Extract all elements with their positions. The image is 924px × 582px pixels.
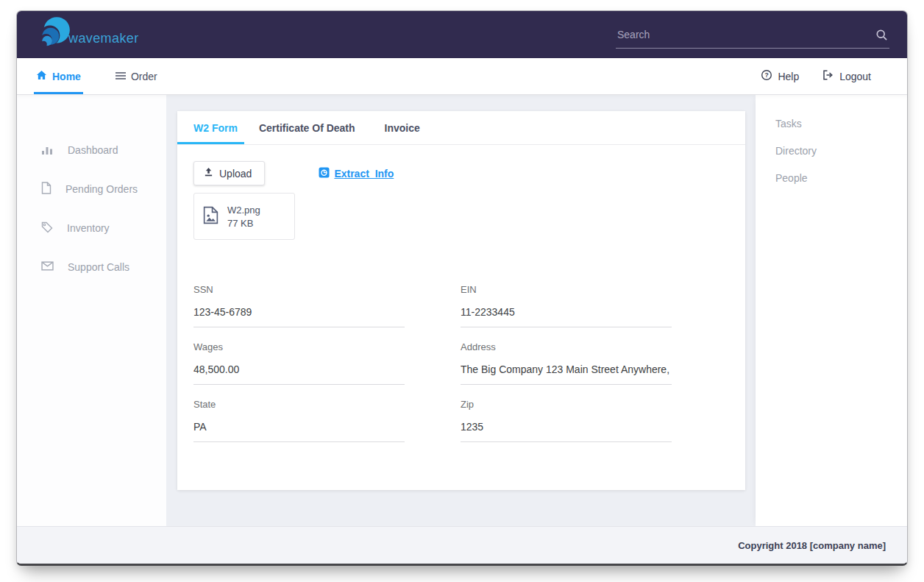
image-file-icon bbox=[203, 206, 218, 227]
navbar-actions: ? Help Logout bbox=[761, 58, 907, 94]
main-region: W2 Form Certificate Of Death Invoice bbox=[166, 95, 756, 526]
field-zip: Zip bbox=[461, 399, 672, 442]
copyright-text: Copyright 2018 [company name] bbox=[738, 540, 886, 551]
nav-tab-label: Home bbox=[52, 71, 81, 82]
search-input[interactable] bbox=[617, 29, 875, 40]
document-tabs: W2 Form Certificate Of Death Invoice bbox=[177, 111, 745, 145]
envelope-icon bbox=[41, 261, 54, 273]
field-ein: EIN bbox=[461, 284, 672, 327]
sidebar-item-label: Dashboard bbox=[68, 144, 118, 156]
bar-chart-icon bbox=[41, 144, 54, 157]
extract-info-link[interactable]: Extract_Info bbox=[319, 167, 394, 180]
sidebar-item-dashboard[interactable]: Dashboard bbox=[17, 140, 166, 160]
extract-info-label: Extract_Info bbox=[334, 168, 394, 180]
address-input[interactable] bbox=[461, 352, 672, 385]
sidebar-item-directory[interactable]: Directory bbox=[775, 137, 907, 164]
brand-name: wavemaker bbox=[68, 31, 139, 46]
nav-tab-order[interactable]: Order bbox=[113, 58, 160, 94]
upload-button[interactable]: Upload bbox=[193, 161, 265, 185]
state-input[interactable] bbox=[193, 410, 405, 442]
sidebar-item-inventory[interactable]: Inventory bbox=[17, 218, 166, 238]
logout-label: Logout bbox=[839, 71, 871, 82]
browser-window: wavemaker Home bbox=[16, 10, 908, 566]
upload-toolbar: Upload Extract_Info bbox=[193, 161, 729, 185]
sidebar-item-label: Pending Orders bbox=[65, 183, 138, 195]
main-navbar: Home Order ? Help bbox=[17, 58, 907, 95]
tag-icon bbox=[41, 221, 53, 235]
field-label-ein: EIN bbox=[461, 284, 672, 295]
uploaded-file-card[interactable]: W2.png 77 KB bbox=[193, 193, 295, 240]
sidebar-item-label: Support Calls bbox=[68, 261, 129, 273]
ssn-input[interactable] bbox=[193, 295, 405, 327]
field-wages: Wages bbox=[193, 341, 405, 385]
svg-text:?: ? bbox=[765, 71, 769, 79]
sidebar-item-support-calls[interactable]: Support Calls bbox=[17, 257, 166, 277]
nav-tab-home[interactable]: Home bbox=[34, 58, 83, 94]
document-icon bbox=[41, 182, 51, 196]
field-address: Address bbox=[461, 341, 672, 385]
sidebar-item-pending-orders[interactable]: Pending Orders bbox=[17, 179, 166, 199]
field-state: State bbox=[193, 399, 405, 442]
sidebar-item-tasks[interactable]: Tasks bbox=[775, 110, 907, 137]
ein-input[interactable] bbox=[461, 295, 672, 327]
search-bar bbox=[616, 26, 889, 49]
app-header: wavemaker bbox=[17, 11, 907, 58]
help-button[interactable]: ? Help bbox=[761, 69, 799, 83]
field-label-ssn: SSN bbox=[193, 284, 405, 295]
field-label-address: Address bbox=[461, 341, 672, 352]
wave-logo-icon bbox=[35, 15, 73, 54]
left-sidebar: Dashboard Pending Orders bbox=[17, 95, 166, 526]
content-area: Dashboard Pending Orders bbox=[17, 95, 907, 526]
upload-icon bbox=[204, 167, 213, 180]
logout-button[interactable]: Logout bbox=[822, 70, 871, 82]
help-label: Help bbox=[778, 71, 799, 82]
tab-label: Certificate Of Death bbox=[259, 122, 355, 134]
search-icon[interactable] bbox=[875, 29, 888, 41]
field-label-zip: Zip bbox=[461, 399, 672, 410]
file-size: 77 KB bbox=[227, 218, 260, 229]
form-card: W2 Form Certificate Of Death Invoice bbox=[177, 111, 745, 490]
extract-file-icon bbox=[319, 167, 330, 180]
sidebar-item-label: Inventory bbox=[67, 222, 110, 234]
right-item-label: Directory bbox=[775, 145, 817, 157]
file-name: W2.png bbox=[227, 205, 260, 216]
tab-label: W2 Form bbox=[193, 122, 238, 134]
upload-label: Upload bbox=[219, 168, 252, 180]
w2-form-panel: Upload Extract_Info bbox=[177, 145, 745, 490]
home-icon bbox=[36, 70, 47, 82]
wages-input[interactable] bbox=[193, 352, 405, 385]
right-item-label: Tasks bbox=[775, 118, 802, 129]
tab-certificate-of-death[interactable]: Certificate Of Death bbox=[244, 111, 370, 144]
nav-tab-label: Order bbox=[131, 71, 157, 82]
tab-w2-form[interactable]: W2 Form bbox=[177, 111, 244, 144]
field-label-state: State bbox=[193, 399, 405, 410]
right-sidebar: Tasks Directory People bbox=[756, 95, 907, 526]
field-label-wages: Wages bbox=[193, 341, 405, 352]
tab-label: Invoice bbox=[385, 122, 420, 134]
sidebar-item-people[interactable]: People bbox=[775, 164, 907, 191]
app-footer: Copyright 2018 [company name] bbox=[17, 526, 907, 564]
right-item-label: People bbox=[775, 172, 808, 184]
w2-form-fields: SSN EIN Wages Address bbox=[193, 284, 729, 442]
field-ssn: SSN bbox=[193, 284, 405, 327]
list-icon bbox=[115, 71, 126, 82]
logout-icon bbox=[822, 70, 834, 82]
file-meta: W2.png 77 KB bbox=[227, 205, 260, 229]
brand-logo[interactable]: wavemaker bbox=[35, 15, 139, 54]
tab-invoice[interactable]: Invoice bbox=[370, 111, 435, 144]
zip-input[interactable] bbox=[461, 410, 672, 442]
help-icon: ? bbox=[761, 69, 772, 83]
